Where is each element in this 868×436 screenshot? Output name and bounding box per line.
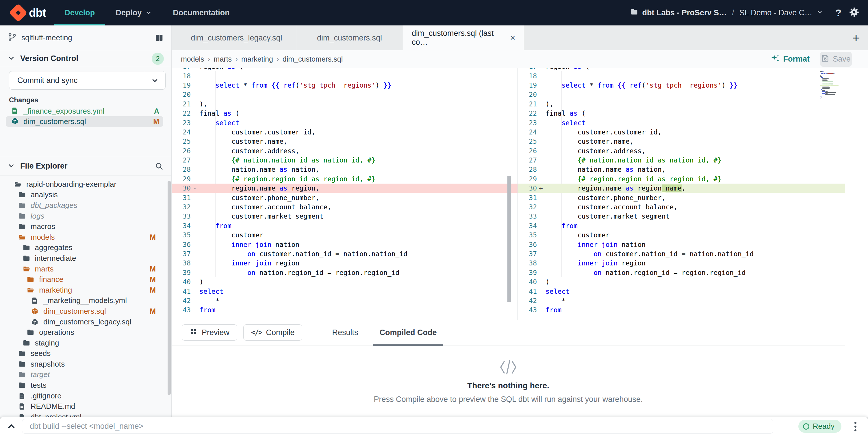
code-line-31[interactable]: 31 customer.phone_number, bbox=[518, 193, 845, 202]
code-line-24[interactable]: 24 customer.customer_id, bbox=[172, 127, 518, 137]
code-line-32[interactable]: 32 customer.account_balance, bbox=[518, 202, 845, 212]
account-project-selector[interactable]: dbt Labs - ProServ S… / SL Demo - Dave C… bbox=[630, 8, 824, 18]
tree-item-dim_customers_legacy.sql[interactable]: dim_customers_legacy.sql bbox=[0, 317, 172, 327]
command-input[interactable]: dbt build --select <model_name> bbox=[22, 419, 773, 434]
code-line-42[interactable]: 42 * bbox=[518, 296, 845, 305]
tree-item-rapid-onboarding-exemplar[interactable]: rapid-onboarding-exemplar bbox=[0, 179, 172, 190]
breadcrumb-item-dim_customers.sql[interactable]: dim_customers.sql bbox=[283, 55, 343, 63]
tree-item-operations[interactable]: operations bbox=[0, 327, 172, 338]
diff-editor[interactable]: 17region as (1819 select * from {{ ref('… bbox=[172, 68, 868, 320]
code-line-35[interactable]: 35 customer bbox=[518, 230, 845, 240]
nav-documentation[interactable]: Documentation bbox=[162, 0, 240, 25]
tree-item-macros[interactable]: macros bbox=[0, 221, 172, 232]
tree-item-seeds[interactable]: seeds bbox=[0, 348, 172, 359]
code-line-18[interactable]: 18 bbox=[172, 71, 518, 80]
code-line-39[interactable]: 39 on nation.region_id = region.region_i… bbox=[518, 268, 845, 277]
tree-item-dbt_project.yml[interactable]: dbt_project.yml bbox=[0, 412, 172, 417]
search-icon[interactable] bbox=[155, 162, 164, 171]
code-line-33[interactable]: 33 customer.market_segment bbox=[518, 212, 845, 221]
version-control-header[interactable]: Version Control 2 bbox=[0, 50, 172, 67]
code-line-36[interactable]: 36 inner join nation bbox=[518, 240, 845, 249]
tree-item-marts[interactable]: martsM bbox=[0, 264, 172, 274]
code-line-29[interactable]: 29 {# region.region_id as region_id, #} bbox=[172, 174, 518, 183]
code-line-30[interactable]: 30+ region.name as region_name, bbox=[518, 183, 845, 193]
code-line-38[interactable]: 38 inner join region bbox=[172, 259, 518, 268]
code-line-17[interactable]: 17region as ( bbox=[172, 68, 518, 71]
diff-pane-original[interactable]: 17region as (1819 select * from {{ ref('… bbox=[172, 68, 518, 320]
code-line-39[interactable]: 39 on nation.region_id = region.region_i… bbox=[172, 268, 518, 277]
dbt-logo[interactable]: dbt bbox=[11, 6, 46, 19]
tree-item-marketing[interactable]: marketingM bbox=[0, 285, 172, 295]
code-line-21[interactable]: 21), bbox=[518, 99, 845, 109]
format-button[interactable]: Format bbox=[771, 54, 810, 64]
code-line-37[interactable]: 37 on customer.nation_id = nation.nation… bbox=[172, 249, 518, 259]
code-line-17[interactable]: 17region as ( bbox=[518, 68, 845, 71]
results-tab-Compiled Code[interactable]: Compiled Code bbox=[373, 320, 443, 345]
code-line-23[interactable]: 23 select bbox=[518, 118, 845, 127]
tree-item-_marketing__models.yml[interactable]: _marketing__models.yml bbox=[0, 295, 172, 306]
tree-item-models[interactable]: modelsM bbox=[0, 232, 172, 242]
tree-item-intermediate[interactable]: intermediate bbox=[0, 253, 172, 264]
code-line-19[interactable]: 19 select * from {{ ref('stg_tpch__regio… bbox=[172, 81, 518, 90]
editor-tab-dim_customers.sql (last co…[interactable]: dim_customers.sql (last co…× bbox=[403, 25, 524, 50]
code-line-22[interactable]: 22final as ( bbox=[172, 109, 518, 118]
code-line-23[interactable]: 23 select bbox=[172, 118, 518, 127]
tree-item-dim_customers.sql[interactable]: dim_customers.sqlM bbox=[0, 306, 172, 317]
code-line-19[interactable]: 19 select * from {{ ref('stg_tpch__regio… bbox=[518, 81, 845, 90]
overflow-menu-icon[interactable] bbox=[853, 421, 858, 433]
tree-item-README.md[interactable]: README.md bbox=[0, 401, 172, 412]
nav-deploy[interactable]: Deploy bbox=[105, 0, 162, 25]
code-line-29[interactable]: 29 {# region.region_id as region_id, #} bbox=[518, 174, 845, 183]
editor-tab-dim_customers_legacy.sql[interactable]: dim_customers_legacy.sql bbox=[177, 25, 296, 50]
tree-item-aggregates[interactable]: aggregates bbox=[0, 242, 172, 253]
code-line-34[interactable]: 34 from bbox=[172, 221, 518, 230]
change-item-_finance_exposures.yml[interactable]: _finance_exposures.ymlA bbox=[6, 106, 163, 116]
tree-item-logs[interactable]: logs bbox=[0, 211, 172, 222]
code-line-27[interactable]: 27 {# nation.nation_id as nation_id, #} bbox=[172, 155, 518, 165]
code-line-18[interactable]: 18 bbox=[518, 71, 845, 80]
code-line-20[interactable]: 20 bbox=[172, 90, 518, 99]
code-line-41[interactable]: 41select bbox=[518, 287, 845, 296]
code-line-32[interactable]: 32 customer.account_balance, bbox=[172, 202, 518, 212]
tree-item-staging[interactable]: staging bbox=[0, 338, 172, 348]
tree-item-finance[interactable]: financeM bbox=[0, 274, 172, 285]
breadcrumb-item-marts[interactable]: marts bbox=[214, 55, 232, 63]
code-line-41[interactable]: 41select bbox=[172, 287, 518, 296]
settings-gear-icon[interactable] bbox=[849, 7, 859, 19]
commit-and-sync-button[interactable]: Commit and sync bbox=[9, 71, 165, 90]
commit-options-chevron[interactable] bbox=[144, 71, 165, 89]
code-line-27[interactable]: 27 {# nation.nation_id as nation_id, #} bbox=[518, 155, 845, 165]
tree-item-snapshots[interactable]: snapshots bbox=[0, 359, 172, 370]
code-line-36[interactable]: 36 inner join nation bbox=[172, 240, 518, 249]
tree-item-target[interactable]: target bbox=[0, 370, 172, 380]
code-line-31[interactable]: 31 customer.phone_number, bbox=[172, 193, 518, 202]
code-line-26[interactable]: 26 customer.address, bbox=[172, 146, 518, 155]
breadcrumb-item-models[interactable]: models bbox=[181, 55, 204, 63]
code-line-42[interactable]: 42 * bbox=[172, 296, 518, 305]
code-line-25[interactable]: 25 customer.name, bbox=[518, 137, 845, 146]
chevron-up-icon[interactable] bbox=[6, 422, 16, 431]
tree-item-.gitignore[interactable]: .gitignore bbox=[0, 390, 172, 401]
tree-item-dbt_packages[interactable]: dbt_packages bbox=[0, 200, 172, 211]
tree-item-analysis[interactable]: analysis bbox=[0, 190, 172, 200]
code-line-43[interactable]: 43from bbox=[518, 305, 845, 315]
docs-book-icon[interactable] bbox=[155, 33, 164, 42]
results-tab-Results[interactable]: Results bbox=[326, 320, 364, 345]
code-line-25[interactable]: 25 customer.name, bbox=[172, 137, 518, 146]
preview-button[interactable]: Preview bbox=[182, 324, 237, 341]
code-line-34[interactable]: 34 from bbox=[518, 221, 845, 230]
code-line-22[interactable]: 22final as ( bbox=[518, 109, 845, 118]
nav-develop[interactable]: Develop bbox=[54, 0, 105, 25]
code-line-40[interactable]: 40) bbox=[172, 277, 518, 287]
code-line-33[interactable]: 33 customer.market_segment bbox=[172, 212, 518, 221]
help-icon[interactable]: ? bbox=[835, 7, 841, 19]
code-line-20[interactable]: 20 bbox=[518, 90, 845, 99]
tree-item-tests[interactable]: tests bbox=[0, 380, 172, 390]
new-tab-plus-icon[interactable]: + bbox=[849, 25, 863, 50]
code-line-35[interactable]: 35 customer bbox=[172, 230, 518, 240]
editor-scrollbar[interactable] bbox=[507, 176, 511, 302]
code-line-24[interactable]: 24 customer.customer_id, bbox=[518, 127, 845, 137]
change-item-dim_customers.sql[interactable]: dim_customers.sqlM bbox=[6, 116, 163, 127]
editor-tab-dim_customers.sql[interactable]: dim_customers.sql bbox=[296, 25, 403, 50]
code-line-38[interactable]: 38 inner join region bbox=[518, 259, 845, 268]
